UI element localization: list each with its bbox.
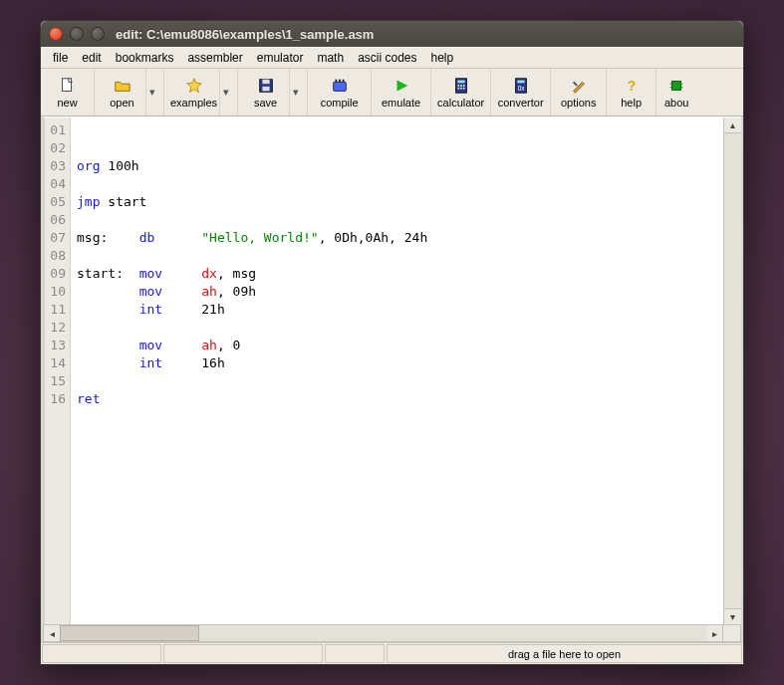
- menu-ascii-codes[interactable]: ascii codes: [352, 49, 422, 67]
- menubar: file edit bookmarks assembler emulator m…: [41, 47, 743, 69]
- status-cell-2: [163, 644, 323, 663]
- open-folder-icon: [113, 77, 132, 95]
- convertor-button[interactable]: 0x convertor: [491, 69, 551, 115]
- line-number: 08: [45, 247, 66, 265]
- status-drag-file[interactable]: drag a file here to open: [387, 644, 742, 663]
- code-line[interactable]: int 16h: [77, 354, 717, 372]
- code-line[interactable]: [77, 211, 717, 229]
- menu-help[interactable]: help: [425, 49, 460, 67]
- star-icon: [184, 77, 204, 95]
- code-line[interactable]: [77, 121, 717, 139]
- line-number: 10: [45, 283, 66, 301]
- horizontal-scrollbar[interactable]: ◂ ▸: [43, 624, 741, 642]
- examples-dropdown-icon[interactable]: ▾: [219, 69, 231, 115]
- save-dropdown-icon[interactable]: ▾: [289, 69, 301, 115]
- calculator-label: calculator: [437, 97, 484, 109]
- play-icon: [392, 77, 411, 95]
- new-button[interactable]: new: [41, 69, 95, 115]
- window-close-icon[interactable]: [49, 27, 63, 41]
- svg-rect-0: [62, 78, 71, 91]
- window-maximize-icon[interactable]: [91, 27, 105, 41]
- svg-point-15: [462, 87, 464, 89]
- code-line[interactable]: [77, 139, 717, 157]
- open-label: open: [110, 97, 133, 109]
- menu-emulator[interactable]: emulator: [251, 49, 310, 67]
- scroll-down-icon[interactable]: ▾: [724, 608, 741, 624]
- options-label: options: [561, 97, 596, 109]
- hscroll-track[interactable]: [60, 625, 706, 641]
- menu-file[interactable]: file: [47, 49, 74, 67]
- code-line[interactable]: ret: [77, 390, 717, 408]
- line-number: 04: [45, 175, 66, 193]
- window-minimize-icon[interactable]: [70, 27, 84, 41]
- menu-bookmarks[interactable]: bookmarks: [110, 49, 180, 67]
- svg-rect-20: [672, 81, 681, 90]
- code-line[interactable]: [77, 247, 717, 265]
- app-window: edit: C:\emu8086\examples\1_sample.asm f…: [40, 20, 744, 665]
- svg-point-12: [462, 85, 464, 87]
- window-title: edit: C:\emu8086\examples\1_sample.asm: [116, 27, 374, 42]
- svg-point-10: [457, 85, 459, 87]
- chip-icon: [666, 77, 686, 95]
- scroll-left-icon[interactable]: ◂: [44, 625, 60, 641]
- line-number: 15: [45, 372, 66, 390]
- line-number: 13: [45, 337, 66, 354]
- line-number: 16: [45, 390, 66, 408]
- save-label: save: [254, 97, 277, 109]
- compile-button[interactable]: compile: [308, 69, 372, 115]
- svg-text:?: ?: [627, 77, 636, 93]
- line-number: 06: [45, 211, 66, 229]
- save-button[interactable]: save ▾: [238, 69, 308, 115]
- help-icon: ?: [622, 77, 642, 95]
- status-cell-3: [325, 644, 385, 663]
- open-button[interactable]: open ▾: [95, 69, 164, 115]
- code-line[interactable]: [77, 372, 717, 390]
- statusbar: drag a file here to open: [41, 642, 743, 664]
- code-line[interactable]: [77, 175, 717, 193]
- save-icon: [256, 77, 276, 95]
- line-number: 05: [45, 193, 66, 211]
- code-editor[interactable]: org 100h jmp start msg: db "Hello, World…: [71, 117, 723, 624]
- line-number: 02: [45, 139, 66, 157]
- code-line[interactable]: msg: db "Hello, World!", 0Dh,0Ah, 24h: [77, 229, 717, 247]
- help-button[interactable]: ? help: [607, 69, 656, 115]
- svg-rect-5: [335, 79, 337, 82]
- titlebar[interactable]: edit: C:\emu8086\examples\1_sample.asm: [41, 21, 743, 47]
- line-number: 14: [45, 354, 66, 372]
- open-dropdown-icon[interactable]: ▾: [145, 69, 157, 115]
- emulate-label: emulate: [382, 97, 420, 109]
- tools-icon: [569, 77, 589, 95]
- status-cell-1: [42, 644, 161, 663]
- examples-label: examples: [170, 97, 217, 109]
- about-button[interactable]: abou: [656, 69, 696, 115]
- about-label: abou: [664, 97, 688, 109]
- code-line[interactable]: start: mov dx, msg: [77, 265, 717, 283]
- svg-rect-17: [517, 80, 524, 83]
- compile-icon: [330, 77, 350, 95]
- svg-point-13: [457, 87, 459, 89]
- menu-edit[interactable]: edit: [76, 49, 107, 67]
- vertical-scrollbar[interactable]: ▴ ▾: [723, 117, 741, 624]
- svg-point-14: [460, 87, 462, 89]
- scroll-up-icon[interactable]: ▴: [724, 117, 741, 133]
- svg-rect-9: [457, 80, 464, 83]
- scroll-right-icon[interactable]: ▸: [706, 625, 722, 641]
- code-line[interactable]: org 100h: [77, 157, 717, 175]
- emulate-button[interactable]: emulate: [372, 69, 431, 115]
- hscroll-thumb[interactable]: [60, 625, 199, 641]
- calculator-button[interactable]: calculator: [431, 69, 491, 115]
- code-line[interactable]: mov ah, 09h: [77, 283, 717, 301]
- code-line[interactable]: jmp start: [77, 193, 717, 211]
- menu-assembler[interactable]: assembler: [181, 49, 248, 67]
- line-number: 07: [45, 229, 66, 247]
- examples-button[interactable]: examples ▾: [164, 69, 238, 115]
- menu-math[interactable]: math: [311, 49, 350, 67]
- code-line[interactable]: int 21h: [77, 301, 717, 319]
- code-line[interactable]: [77, 319, 717, 337]
- scroll-corner: [722, 625, 740, 641]
- code-line[interactable]: mov ah, 0: [77, 337, 717, 354]
- options-button[interactable]: options: [551, 69, 607, 115]
- line-number: 03: [45, 157, 66, 175]
- svg-rect-6: [339, 79, 341, 82]
- line-number-gutter: 01020304050607080910111213141516: [43, 117, 71, 624]
